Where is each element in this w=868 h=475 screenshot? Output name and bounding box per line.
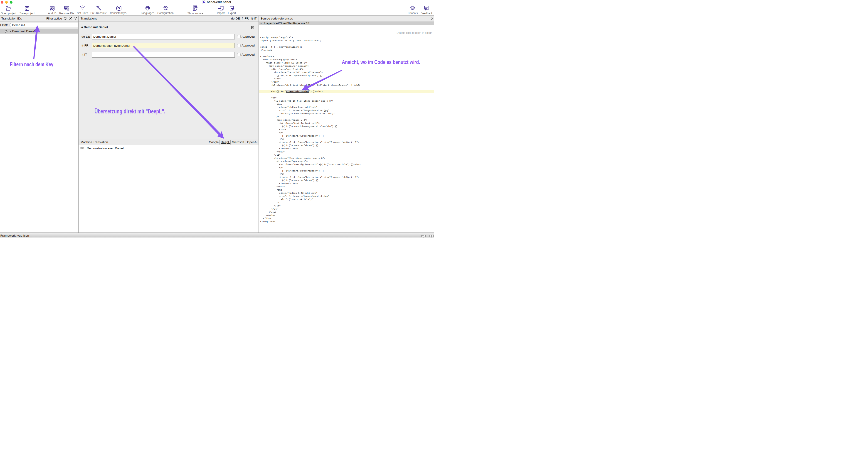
svg-text:1: 1	[83, 147, 84, 149]
